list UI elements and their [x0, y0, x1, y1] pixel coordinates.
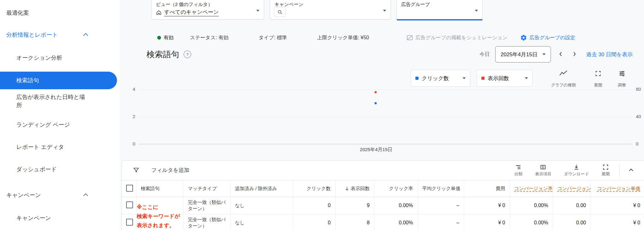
clicks-data-point[interactable] — [375, 102, 377, 104]
status-bar: 有効 ステータス: 有効 タイプ: 標準 上限クリック単価: ¥50 広告グルー… — [157, 31, 575, 45]
search-icon[interactable] — [274, 7, 286, 17]
main-content: ビュー（2 個のフィルタ） すべてのキャンペーン キャンペーン 広告グループ — [119, 0, 644, 230]
right-axis-tick: 0 — [636, 141, 644, 146]
download-button[interactable]: ダウンロード — [558, 164, 595, 177]
column-header-conversions[interactable]: コンバージョン — [553, 180, 591, 197]
add-filter-button[interactable]: フィルタを追加 — [151, 161, 189, 180]
column-header-match-type[interactable]: マッチタイプ — [183, 180, 230, 197]
chart-expand-button[interactable]: 展開 — [587, 70, 609, 88]
sidebar-item-auction-insights[interactable]: オークション分析 — [16, 54, 62, 62]
select-all-checkbox[interactable] — [126, 185, 133, 192]
column-header-conv-rate[interactable]: コンバージョン率 — [510, 180, 553, 197]
sidebar-item-campaigns[interactable]: キャンペーン — [16, 214, 51, 222]
chevron-up-icon — [83, 193, 88, 198]
clicks-legend-swatch — [415, 77, 419, 80]
cell-search-term — [136, 214, 183, 230]
chart-adjust-button[interactable]: 調整 — [611, 70, 633, 88]
column-header-ctr[interactable]: クリック率 — [374, 180, 418, 197]
filter-icon[interactable] — [133, 167, 139, 175]
segment-button[interactable]: 分類 — [508, 164, 529, 177]
cell-cost: ¥ 0 — [464, 197, 510, 214]
sidebar-item-report-editor[interactable]: レポート エディタ — [16, 143, 64, 151]
cell-search-term — [136, 197, 183, 214]
divider — [619, 164, 619, 177]
cell-match-type: 完全一致（類似パターン） — [183, 197, 230, 214]
enabled-status-dot — [157, 36, 161, 40]
show-last-30-days-link[interactable]: 過去 30 日間を表示 — [586, 51, 633, 58]
cell-ctr: 0.00% — [374, 214, 418, 230]
view-filter-label: ビュー（2 個のフィルタ） — [156, 2, 264, 8]
search-terms-table-card: フィルタを追加 分類 表示項目 ダウンロード — [121, 160, 644, 230]
enabled-status-label[interactable]: 有効 — [164, 35, 174, 41]
table-expand-button[interactable]: 展開 — [595, 164, 616, 177]
metric-selector-impressions[interactable]: 表示回数 — [477, 70, 533, 87]
cell-cost: ¥ 0 — [464, 214, 510, 230]
ad-group-filter-dropdown[interactable]: 広告グループ — [397, 0, 483, 20]
help-icon[interactable]: ? — [184, 51, 191, 58]
time-series-chart: 4 2 0 80 40 0 — [138, 90, 633, 144]
sidebar-section-campaigns[interactable]: キャンペーン — [6, 191, 87, 199]
view-filter-dropdown[interactable]: ビュー（2 個のフィルタ） すべてのキャンペーン — [151, 0, 264, 19]
cell-conversions: 0.00 — [553, 197, 591, 214]
column-header-added-excluded[interactable]: 追加済み / 除外済み — [230, 180, 293, 197]
download-icon — [573, 164, 580, 170]
simulate-ad-group-link: 広告グループの掲載をシュミレーション — [406, 34, 508, 41]
view-filter-value: すべてのキャンペーン — [164, 8, 219, 16]
cell-conv-rate: 0.00% — [510, 214, 553, 230]
chevron-down-icon — [463, 77, 466, 79]
x-axis-tick-label: 2025年4月15日 — [357, 147, 396, 153]
column-header-cost-per-conv[interactable]: コンバージョン単価 — [591, 180, 644, 197]
columns-icon — [540, 164, 546, 170]
metric-selector-clicks[interactable]: クリック数 — [411, 70, 470, 87]
left-axis-tick: 2 — [127, 114, 135, 119]
ad-group-filter-label: 広告グループ — [401, 2, 482, 8]
segment-icon — [515, 164, 521, 170]
expand-icon — [595, 70, 601, 77]
chevron-down-icon — [525, 77, 528, 79]
sidebar-item-search-terms[interactable]: 検索語句 — [0, 72, 117, 89]
left-axis-tick: 4 — [127, 86, 135, 92]
left-axis-tick: 0 — [127, 141, 135, 146]
row-checkbox[interactable] — [126, 201, 133, 208]
columns-button[interactable]: 表示項目 — [529, 164, 558, 177]
date-preset-label: 今日 — [480, 51, 490, 58]
chart-type-button[interactable]: グラフの種類 — [545, 70, 582, 88]
collapse-panel-button[interactable] — [623, 167, 640, 173]
column-header-cost[interactable]: 費用 — [464, 180, 510, 197]
chevron-down-icon — [383, 10, 386, 12]
sidebar-item-when-where-ads[interactable]: 広告が表示された日時と場所 — [16, 93, 89, 109]
cell-added-excluded: なし — [230, 197, 293, 214]
table-row: 完全一致（類似パターン） なし 0 8 0.00% – ¥ 0 0.00% 0.… — [122, 214, 644, 230]
gridline — [138, 90, 633, 90]
status-text: ステータス: 有効 — [190, 35, 228, 41]
previous-date-button[interactable] — [557, 50, 565, 59]
row-checkbox[interactable] — [126, 219, 133, 226]
right-axis-tick: 40 — [636, 114, 644, 119]
campaign-filter-dropdown[interactable]: キャンペーン — [270, 0, 391, 19]
next-date-button[interactable] — [570, 50, 579, 59]
line-chart-icon — [559, 70, 568, 76]
column-header-avg-cpc[interactable]: 平均クリック単価 — [418, 180, 464, 197]
impressions-data-point[interactable] — [375, 91, 377, 93]
sidebar-nav: 最適化案 分析情報とレポート オークション分析 検索語句 広告が表示された日時と… — [0, 0, 119, 230]
cell-avg-cpc: – — [418, 197, 464, 214]
sidebar-item-landing-pages[interactable]: ランディング ページ — [16, 121, 70, 129]
sidebar-section-insights[interactable]: 分析情報とレポート — [6, 31, 87, 39]
cell-conv-rate: 0.00% — [510, 197, 553, 214]
sidebar-item-optimization[interactable]: 最適化案 — [6, 9, 29, 17]
ad-group-settings-link[interactable]: 広告グループの設定 — [520, 34, 575, 41]
expand-icon — [602, 164, 609, 170]
search-terms-table: 検索語句 マッチタイプ 追加済み / 除外済み クリック数 表示回数 クリック率… — [122, 180, 644, 230]
cell-cost-per-conv: ¥ 0 — [591, 214, 644, 230]
simulation-disabled-icon — [406, 34, 413, 41]
x-axis-labels: 2025年4月15日 — [138, 144, 633, 154]
date-range-dropdown[interactable]: 2025年4月15日 — [495, 46, 551, 63]
type-text: タイプ: 標準 — [258, 35, 287, 41]
gear-icon — [520, 34, 527, 41]
column-header-search-term[interactable]: 検索語句 — [136, 180, 183, 197]
page-title: 検索語句 — [147, 49, 179, 60]
sidebar-item-dashboards[interactable]: ダッシュボード — [16, 166, 57, 173]
column-header-impressions[interactable]: 表示回数 — [335, 180, 374, 197]
chevron-down-icon — [256, 10, 259, 12]
column-header-clicks[interactable]: クリック数 — [293, 180, 335, 197]
